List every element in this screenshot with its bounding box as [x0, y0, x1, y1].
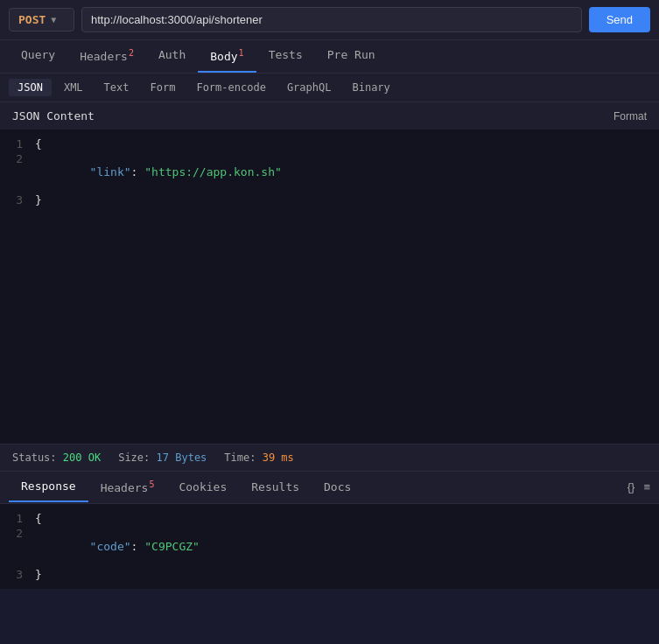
- body-tabs: JSON XML Text Form Form-encode GraphQL B…: [0, 74, 659, 102]
- headers-badge: 2: [129, 48, 134, 58]
- line-number-1: 1: [0, 137, 35, 150]
- response-line-2: 2 "code": "C9PCGZ": [0, 526, 659, 567]
- response-headers-badge: 5: [149, 480, 154, 489]
- tab-response[interactable]: Response: [9, 472, 88, 502]
- method-selector[interactable]: POST ▼: [9, 8, 74, 32]
- tab-query[interactable]: Query: [9, 40, 67, 73]
- json-content-header: JSON Content Format: [0, 102, 659, 130]
- format-json-button[interactable]: {}: [627, 480, 635, 494]
- time-label: Time:: [224, 452, 256, 464]
- line-content-2: "link": "https://app.kon.sh": [35, 152, 282, 192]
- json-value-link: "https://app.kon.sh": [144, 165, 282, 178]
- resp-json-value-code: "C9PCGZ": [144, 540, 200, 553]
- tab-results[interactable]: Results: [239, 472, 312, 501]
- size-item: Size: 17 Bytes: [118, 452, 207, 464]
- tab-auth[interactable]: Auth: [146, 40, 198, 73]
- top-bar: POST ▼ Send: [0, 0, 659, 40]
- editor-line-2: 2 "link": "https://app.kon.sh": [0, 151, 659, 192]
- resp-line-number-2: 2: [0, 527, 35, 540]
- line-content-3: }: [35, 193, 42, 206]
- editor-line-1: 1 {: [0, 136, 659, 151]
- response-editor[interactable]: 1 { 2 "code": "C9PCGZ" 3 }: [0, 504, 659, 589]
- format-button[interactable]: Format: [613, 110, 647, 122]
- response-line-1: 1 {: [0, 511, 659, 526]
- body-tab-json[interactable]: JSON: [9, 79, 52, 96]
- status-item: Status: 200 OK: [12, 452, 101, 464]
- resp-line-content-2: "code": "C9PCGZ": [35, 527, 200, 566]
- tab-cookies[interactable]: Cookies: [166, 472, 239, 501]
- chevron-down-icon: ▼: [51, 15, 56, 24]
- menu-button[interactable]: ≡: [643, 480, 650, 494]
- status-label: Status:: [12, 452, 57, 464]
- resp-line-content-1: {: [35, 512, 42, 525]
- body-tab-form-encode[interactable]: Form-encode: [187, 79, 274, 96]
- resp-json-key-code: "code": [76, 540, 131, 553]
- body-tab-form[interactable]: Form: [142, 79, 185, 96]
- status-value: 200 OK: [63, 452, 101, 464]
- resp-line-number-3: 3: [0, 568, 35, 581]
- response-tabs: Response Headers5 Cookies Results Docs {…: [0, 472, 659, 503]
- tab-headers[interactable]: Headers2: [67, 40, 146, 73]
- body-tab-xml[interactable]: XML: [55, 79, 92, 96]
- tab-tests[interactable]: Tests: [256, 40, 315, 73]
- method-text: POST: [18, 13, 46, 26]
- size-label: Size:: [118, 452, 150, 464]
- time-value: 39 ms: [263, 452, 294, 464]
- line-number-3: 3: [0, 193, 35, 206]
- line-content-1: {: [35, 137, 42, 150]
- body-tab-graphql[interactable]: GraphQL: [278, 79, 340, 96]
- time-item: Time: 39 ms: [224, 452, 293, 464]
- json-content-label: JSON Content: [12, 109, 95, 122]
- code-editor[interactable]: 1 { 2 "link": "https://app.kon.sh" 3 }: [0, 130, 659, 444]
- tab-body[interactable]: Body1: [198, 40, 256, 73]
- body-badge: 1: [239, 48, 244, 58]
- size-value: 17 Bytes: [157, 452, 207, 464]
- resp-line-content-3: }: [35, 568, 42, 581]
- main-tabs: Query Headers2 Auth Body1 Tests Pre Run: [0, 40, 659, 74]
- tab-pre-run[interactable]: Pre Run: [315, 40, 388, 73]
- response-actions: {} ≡: [627, 480, 650, 494]
- json-key-link: "link": [76, 165, 131, 178]
- response-line-3: 3 }: [0, 567, 659, 582]
- body-tab-binary[interactable]: Binary: [343, 79, 398, 96]
- tab-response-headers[interactable]: Headers5: [88, 472, 167, 502]
- url-input[interactable]: [81, 7, 582, 32]
- resp-line-number-1: 1: [0, 512, 35, 525]
- body-tab-text[interactable]: Text: [95, 79, 138, 96]
- send-button[interactable]: Send: [589, 7, 650, 32]
- line-number-2: 2: [0, 152, 35, 165]
- tab-docs[interactable]: Docs: [312, 472, 363, 501]
- editor-line-3: 3 }: [0, 192, 659, 207]
- status-bar: Status: 200 OK Size: 17 Bytes Time: 39 m…: [0, 444, 659, 472]
